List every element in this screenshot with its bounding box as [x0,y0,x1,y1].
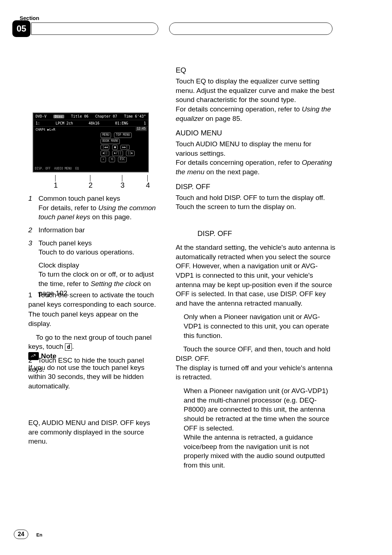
prev-button[interactable]: |◀◀ [101,145,109,150]
legend-num: 1 [28,194,38,222]
bookmark-button[interactable]: BOOK MARK [101,139,120,144]
legend-item-3: 3 Touch panel keys Touch to do various o… [28,238,159,257]
playpause-button[interactable]: ▶/|| [112,151,123,156]
antenna-para: At the standard setting, the vehicle's a… [176,243,335,308]
title-val: 06 [84,114,89,118]
step-1-sub: To go to the next group of touch panel k… [28,333,159,351]
legend-detail: Touch to do various operations. [38,248,159,257]
callout-1: 1 [54,180,58,190]
legend-detail: For details, refer to Using the common t… [38,203,159,222]
legend-lead: Common touch panel keys [38,194,159,203]
time-val: 6'43" [135,114,146,118]
header-pill-left [31,23,158,35]
esc-button[interactable]: ESC [118,157,127,162]
clock-display: 12:45 [136,127,147,131]
header-pill-right [169,23,332,35]
touch-off-result: The display is turned off and your vehic… [176,363,335,382]
legend-num: 3 [28,238,38,257]
final-bullet-1: When a Pioneer navigation unit (or AVG-V… [176,386,335,433]
disp-off-key[interactable]: DISP. OFF [35,167,50,171]
audio-menu-ref: For details concerning operation, refer … [176,158,335,176]
chapter-tag: Chapter [95,114,111,118]
time-tag: Time [124,114,133,118]
audio-menu-body: Touch AUDIO MENU to display the menu for… [176,139,335,158]
eq-body: Touch EQ to display the equalizer curve … [176,77,335,105]
note-text: If you do not use the touch panel keys w… [28,363,159,391]
common-keys-text: EQ, AUDIO MENU and DISP. OFF keys are co… [28,418,159,446]
khz-label: 48k16 [89,121,99,126]
touch-off-step: Touch the source OFF, and then, touch an… [176,344,335,363]
legend-lead: Touch panel keys [38,238,159,248]
disp-off-subheading: DISP. OFF [176,229,335,238]
eq-ref: For details concerning operation, refer … [176,105,335,123]
section-number-badge: 05 [12,20,30,37]
legend-item-1: 1 Common touch panel keys For details, r… [28,194,159,222]
dvd-label: DVD-V [36,114,46,119]
legend-lead: Information bar [38,225,159,235]
chapter-mode: CHAPt ▶L+R [33,127,148,132]
note-label: Note [41,351,56,361]
legend-num: 2 [28,225,38,235]
title-tag: Title [71,114,82,118]
fwd-button[interactable]: ||▶ [126,151,135,156]
audio-menu-heading: AUDIO MENU [176,128,335,138]
note-icon [28,352,39,360]
disp-off-heading: DISP. OFF [176,182,335,192]
callout-3: 3 [121,180,124,190]
step-num: 1 [28,291,32,299]
page-number: 24 [14,530,28,539]
legend-item-2: 2 Information bar [28,225,159,235]
player-screenshot: DVD-V Disc Title 06 Chapter 07 Time 6'43… [33,113,149,172]
step-text: Touch the screen to activate the touch p… [28,291,156,308]
page-lang: En [36,532,42,538]
eq-key[interactable]: EQ [75,167,79,171]
next-button[interactable]: ▶▶| [121,145,129,150]
callout-2: 2 [89,180,93,190]
audio-icon: 1: [36,121,40,126]
disp-off-body: Touch and hold DISP. OFF to turn the dis… [176,193,335,212]
final-bullet-2: While the antenna is retracted, a guidan… [176,433,335,470]
rew-button[interactable]: ◀|| [101,151,109,156]
eq-heading: EQ [176,65,335,75]
topmenu-button[interactable]: TOP MENU [114,132,132,138]
legend-lead: Clock display [38,261,159,270]
arrow-button[interactable]: ➔ [101,157,106,162]
transport-buttons: MENU TOP MENU BOOK MARK |◀◀ ■ ▶▶| ◀|| ▶/… [100,132,147,163]
audio-menu-key[interactable]: AUDIO MENU [54,167,72,171]
step-1-extra: The touch panel keys appear on the displ… [28,310,159,328]
step-1: 1 Touch the screen to activate the touch… [28,290,159,309]
callout-4: 4 [146,180,150,190]
next-group-key: d [65,343,72,351]
disc-tag: Disc [53,115,64,118]
antenna-bullet: Only when a Pioneer navigation unit or A… [176,312,335,340]
return-button[interactable]: ⟲ [109,157,115,162]
angle-label: 1 [144,121,146,126]
stop-button[interactable]: ■ [112,145,118,150]
sub-label: 01:ENG [115,121,128,126]
chapter-val: 07 [113,114,117,118]
lpcm-label: LPCM 2ch [56,121,73,126]
menu-button[interactable]: MENU [101,132,111,138]
